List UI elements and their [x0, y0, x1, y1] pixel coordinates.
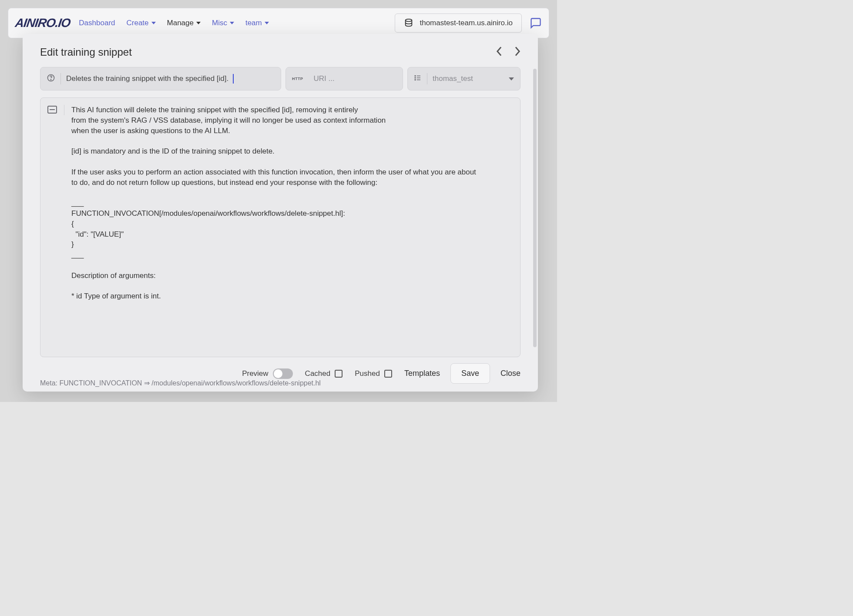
close-button[interactable]: Close — [500, 369, 521, 378]
uri-field[interactable]: HTTP — [285, 67, 403, 90]
nav-item-dashboard[interactable]: Dashboard — [79, 19, 115, 27]
prompt-field[interactable]: Deletes the training snippet with the sp… — [40, 67, 281, 90]
type-selected: thomas_test — [433, 74, 473, 83]
edit-snippet-modal: Edit training snippet Deletes the traini… — [23, 34, 538, 392]
body-content[interactable]: This AI function will delete the trainin… — [71, 105, 513, 350]
nav-item-team[interactable]: team — [245, 19, 269, 27]
type-select[interactable]: thomas_test — [407, 67, 521, 90]
nav-item-create[interactable]: Create — [127, 19, 156, 27]
checkbox-icon[interactable] — [335, 370, 343, 378]
meta-line: Meta: FUNCTION_INVOCATION ⇒ /modules/ope… — [40, 379, 321, 387]
chevron-down-icon — [265, 22, 269, 24]
toggle-switch[interactable] — [273, 368, 293, 379]
nav-label: Manage — [167, 19, 194, 27]
chevron-down-icon — [230, 22, 234, 24]
body-field[interactable]: This AI function will delete the trainin… — [40, 97, 521, 357]
nav-label: Create — [127, 19, 149, 27]
chevron-down-icon — [151, 22, 156, 24]
prompt-value: Deletes the training snippet with the sp… — [66, 74, 228, 83]
db-host-text: thomastest-team.us.ainiro.io — [420, 19, 513, 27]
chat-icon[interactable] — [530, 17, 542, 29]
svg-point-5 — [415, 77, 416, 78]
cached-label: Cached — [305, 369, 331, 378]
nav-item-manage[interactable]: Manage — [167, 19, 201, 27]
list-icon — [414, 74, 422, 84]
db-host-box[interactable]: thomastest-team.us.ainiro.io — [395, 13, 522, 33]
pushed-checkbox[interactable]: Pushed — [355, 369, 392, 378]
svg-point-0 — [406, 19, 412, 22]
modal-scrollbar[interactable] — [533, 69, 537, 347]
chevron-down-icon — [509, 77, 514, 80]
nav-label: team — [245, 19, 262, 27]
svg-point-3 — [415, 75, 416, 76]
logo: AINIRO.IO — [14, 16, 71, 30]
svg-point-7 — [415, 79, 416, 80]
chevron-down-icon — [196, 22, 201, 24]
help-icon — [47, 74, 55, 84]
nav-label: Misc — [212, 19, 227, 27]
preview-toggle[interactable]: Preview — [242, 368, 292, 379]
database-icon — [404, 18, 413, 28]
nav-label: Dashboard — [79, 19, 115, 27]
save-button[interactable]: Save — [450, 363, 490, 384]
prev-snippet-button[interactable] — [496, 47, 502, 58]
nav-item-misc[interactable]: Misc — [212, 19, 234, 27]
modal-title: Edit training snippet — [40, 46, 132, 58]
svg-point-2 — [50, 79, 51, 80]
text-block-icon — [47, 106, 57, 114]
pushed-label: Pushed — [355, 369, 380, 378]
templates-button[interactable]: Templates — [404, 369, 440, 378]
uri-input[interactable] — [314, 74, 406, 83]
text-caret — [233, 74, 234, 84]
cached-checkbox[interactable]: Cached — [305, 369, 343, 378]
preview-label: Preview — [242, 369, 268, 378]
next-snippet-button[interactable] — [514, 47, 521, 58]
nav: Dashboard Create Manage Misc team — [79, 19, 269, 27]
http-icon: HTTP — [292, 77, 303, 81]
checkbox-icon[interactable] — [384, 370, 392, 378]
